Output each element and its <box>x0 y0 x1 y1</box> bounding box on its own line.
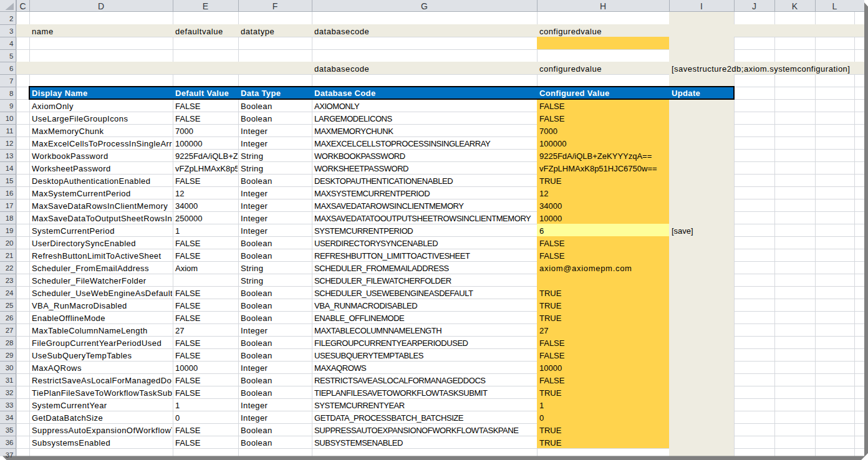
svg-text:UseLargeFileGroupIcons: UseLargeFileGroupIcons <box>32 114 128 123</box>
svg-text:E: E <box>203 1 208 11</box>
svg-text:REFRESHBUTTON_LIMITTOACTIVESHE: REFRESHBUTTON_LIMITTOACTIVESHEET <box>314 251 470 261</box>
svg-text:27: 27 <box>175 326 184 335</box>
svg-text:31: 31 <box>6 376 14 384</box>
svg-text:2: 2 <box>9 15 13 22</box>
svg-text:Scheduler_UseWebEngineAsDefaul: Scheduler_UseWebEngineAsDefault <box>32 289 173 298</box>
svg-text:axiom@axiomepm.com: axiom@axiomepm.com <box>539 264 632 273</box>
svg-text:UserDirectorySyncEnabled: UserDirectorySyncEnabled <box>32 239 136 248</box>
svg-text:MaxMemoryChunk: MaxMemoryChunk <box>32 127 104 136</box>
svg-text:4: 4 <box>9 40 14 47</box>
svg-text:Scheduler_FileWatcherFolder: Scheduler_FileWatcherFolder <box>32 276 147 285</box>
svg-text:30: 30 <box>6 364 14 371</box>
svg-text:35: 35 <box>6 426 14 434</box>
svg-text:MAXSAVEDATAROWSINCLIENTMEMORY: MAXSAVEDATAROWSINCLIENTMEMORY <box>314 201 464 211</box>
svg-text:MAXSAVEDATATOOUTPUTSHEETROWSIN: MAXSAVEDATATOOUTPUTSHEETROWSINCLIENTMEMO… <box>314 214 531 223</box>
svg-text:20: 20 <box>6 239 14 247</box>
svg-text:databasecode: databasecode <box>314 64 369 74</box>
svg-text:AxiomOnly: AxiomOnly <box>32 102 74 111</box>
svg-text:MaxSaveDataRowsInClientMemory: MaxSaveDataRowsInClientMemory <box>32 201 168 211</box>
svg-text:LARGEMODELICONS: LARGEMODELICONS <box>314 114 393 123</box>
svg-text:FALSE: FALSE <box>175 301 201 310</box>
svg-text:34: 34 <box>6 414 14 421</box>
svg-text:MAXMEMORYCHUNK: MAXMEMORYCHUNK <box>314 127 393 136</box>
svg-text:Integer: Integer <box>241 127 268 136</box>
svg-text:32: 32 <box>6 389 14 396</box>
svg-text:24: 24 <box>6 289 14 297</box>
svg-text:MAXTABLECOLUMNNAMELENGTH: MAXTABLECOLUMNNAMELENGTH <box>314 326 441 335</box>
svg-text:FileGroupCurrentYearPeriodUsed: FileGroupCurrentYearPeriodUsed <box>32 338 162 348</box>
svg-text:FALSE: FALSE <box>539 114 565 123</box>
svg-text:WORKBOOKPASSWORD: WORKBOOKPASSWORD <box>314 151 405 161</box>
svg-text:TRUE: TRUE <box>539 388 562 398</box>
svg-text:MAXEXCELCELLSTOPROCESSINSINGLE: MAXEXCELCELLSTOPROCESSINSINGLEARRAY <box>314 139 491 148</box>
svg-text:DesktopAuthenticationEnabled: DesktopAuthenticationEnabled <box>32 176 150 186</box>
svg-text:String: String <box>241 164 263 173</box>
svg-text:Boolean: Boolean <box>241 176 272 186</box>
svg-text:TRUE: TRUE <box>539 314 562 323</box>
svg-text:MaxTableColumnNameLength: MaxTableColumnNameLength <box>32 326 148 335</box>
svg-text:vFZpLHMAxK8p51HJC6750w==: vFZpLHMAxK8p51HJC6750w== <box>539 164 657 173</box>
svg-text:0: 0 <box>539 413 544 423</box>
svg-text:Integer: Integer <box>241 139 268 148</box>
svg-text:UseSubQueryTempTables: UseSubQueryTempTables <box>32 351 132 360</box>
svg-text:Integer: Integer <box>241 189 268 198</box>
svg-text:100000: 100000 <box>539 139 566 148</box>
svg-text:FALSE: FALSE <box>175 251 201 261</box>
svg-text:Default Value: Default Value <box>175 89 229 98</box>
svg-text:SUBSYSTEMSENABLED: SUBSYSTEMSENABLED <box>314 438 403 448</box>
svg-text:SCHEDULER_USEWEBENGINEASDEFAUL: SCHEDULER_USEWEBENGINEASDEFAULT <box>314 289 473 298</box>
svg-text:SCHEDULER_FILEWATCHERFOLDER: SCHEDULER_FILEWATCHERFOLDER <box>314 276 451 285</box>
svg-text:FALSE: FALSE <box>175 114 201 123</box>
svg-text:34000: 34000 <box>175 201 198 211</box>
svg-text:MaxSystemCurrentPeriod: MaxSystemCurrentPeriod <box>32 189 131 198</box>
svg-text:10000: 10000 <box>539 363 562 373</box>
svg-text:Boolean: Boolean <box>241 102 272 111</box>
svg-text:SystemCurrentPeriod: SystemCurrentPeriod <box>32 226 115 236</box>
svg-text:SYSTEMCURRENTPERIOD: SYSTEMCURRENTPERIOD <box>314 226 413 236</box>
svg-text:defaultvalue: defaultvalue <box>175 27 223 36</box>
svg-text:FALSE: FALSE <box>175 102 201 111</box>
svg-text:FALSE: FALSE <box>539 102 565 111</box>
svg-text:FALSE: FALSE <box>539 376 565 385</box>
svg-text:Update: Update <box>672 89 700 98</box>
svg-text:Boolean: Boolean <box>241 438 272 448</box>
svg-text:datatype: datatype <box>241 27 274 36</box>
svg-text:Boolean: Boolean <box>241 351 272 360</box>
svg-text:16: 16 <box>6 189 14 197</box>
svg-text:GETDATA_PROCESSBATCH_BATCHSIZE: GETDATA_PROCESSBATCH_BATCHSIZE <box>314 413 464 423</box>
svg-text:23: 23 <box>6 277 14 284</box>
svg-text:SYSTEMCURRENTYEAR: SYSTEMCURRENTYEAR <box>314 401 405 410</box>
svg-text:[savestructure2db;axiom.system: [savestructure2db;axiom.systemconfigurat… <box>672 64 850 74</box>
svg-text:databasecode: databasecode <box>314 27 369 36</box>
svg-text:FALSE: FALSE <box>175 289 201 298</box>
svg-text:WorkbookPassword: WorkbookPassword <box>32 151 109 161</box>
svg-text:10000: 10000 <box>175 363 198 373</box>
svg-text:12: 12 <box>539 189 548 198</box>
svg-text:Axiom: Axiom <box>175 264 198 273</box>
svg-text:FILEGROUPCURRENTYEARPERIODUSED: FILEGROUPCURRENTYEARPERIODUSED <box>314 338 468 348</box>
svg-text:VBA_RunMacroDisabled: VBA_RunMacroDisabled <box>32 301 127 310</box>
svg-text:25: 25 <box>6 302 14 309</box>
svg-text:String: String <box>241 151 263 161</box>
svg-text:11: 11 <box>6 127 14 135</box>
svg-text:SCHEDULER_FROMEMAILADDRESS: SCHEDULER_FROMEMAILADDRESS <box>314 264 450 273</box>
svg-text:Data Type: Data Type <box>241 89 281 98</box>
svg-text:33: 33 <box>6 401 14 409</box>
svg-text:FALSE: FALSE <box>539 251 565 261</box>
svg-text:15: 15 <box>6 177 14 184</box>
svg-text:6: 6 <box>9 65 13 72</box>
svg-text:USERDIRECTORYSYNCENABLED: USERDIRECTORYSYNCENABLED <box>314 239 438 248</box>
svg-text:FALSE: FALSE <box>175 338 201 348</box>
svg-text:250000: 250000 <box>175 214 202 223</box>
svg-text:FALSE: FALSE <box>175 438 201 448</box>
svg-text:SubsystemsEnabled: SubsystemsEnabled <box>32 438 110 448</box>
svg-text:FALSE: FALSE <box>175 351 201 360</box>
svg-text:37: 37 <box>6 451 14 459</box>
svg-text:9: 9 <box>9 102 13 110</box>
svg-text:MaxExcelCellsToProcessInSingle: MaxExcelCellsToProcessInSingleArray <box>32 139 181 148</box>
svg-text:I: I <box>700 1 703 11</box>
svg-text:Integer: Integer <box>241 363 268 373</box>
svg-text:9225FdA/iQLB+ZeKYYYzqA==: 9225FdA/iQLB+ZeKYYYzqA== <box>539 151 652 161</box>
svg-text:17: 17 <box>6 202 14 209</box>
svg-text:0: 0 <box>175 413 180 423</box>
